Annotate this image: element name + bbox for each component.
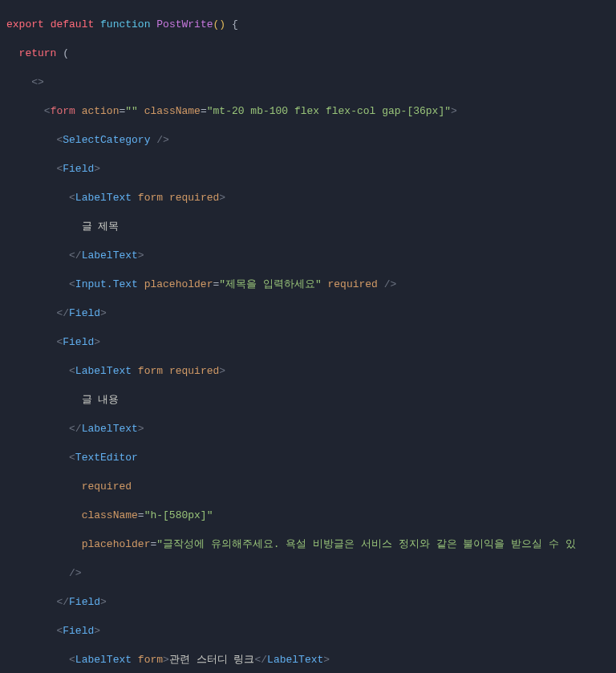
code-line: return ( xyxy=(6,47,616,61)
code-line: <LabelText form required> xyxy=(6,364,616,379)
code-line: </LabelText> xyxy=(6,249,616,263)
code-line: <TextEditor xyxy=(6,451,616,465)
code-line: </LabelText> xyxy=(6,422,616,436)
code-line: </Field> xyxy=(6,306,616,321)
code-line: <SelectCategory /> xyxy=(6,133,616,148)
code-line: 글 제목 xyxy=(6,220,616,234)
code-line: className="h-[580px]" xyxy=(6,509,616,523)
code-line: <Field> xyxy=(6,624,616,639)
code-line: 글 내용 xyxy=(6,393,616,407)
code-line: required xyxy=(6,480,616,494)
code-line: </Field> xyxy=(6,595,616,610)
code-line: <form action="" className="mt-20 mb-100 … xyxy=(6,104,616,119)
code-line: <> xyxy=(6,75,616,90)
code-line: <LabelText form required> xyxy=(6,191,616,205)
code-line: /> xyxy=(6,566,616,581)
code-line: <LabelText form>관련 스터디 링크</LabelText> xyxy=(6,653,616,667)
code-line: export default function PostWrite() { xyxy=(6,18,616,32)
code-line: placeholder="글작성에 유의해주세요. 욕설 비방글은 서비스 정지… xyxy=(6,537,616,552)
code-line: <Field> xyxy=(6,162,616,176)
code-line: <Input.Text placeholder="제목을 입력하세요" requ… xyxy=(6,278,616,292)
code-editor-content[interactable]: export default function PostWrite() { re… xyxy=(0,3,616,673)
code-line: <Field> xyxy=(6,335,616,350)
